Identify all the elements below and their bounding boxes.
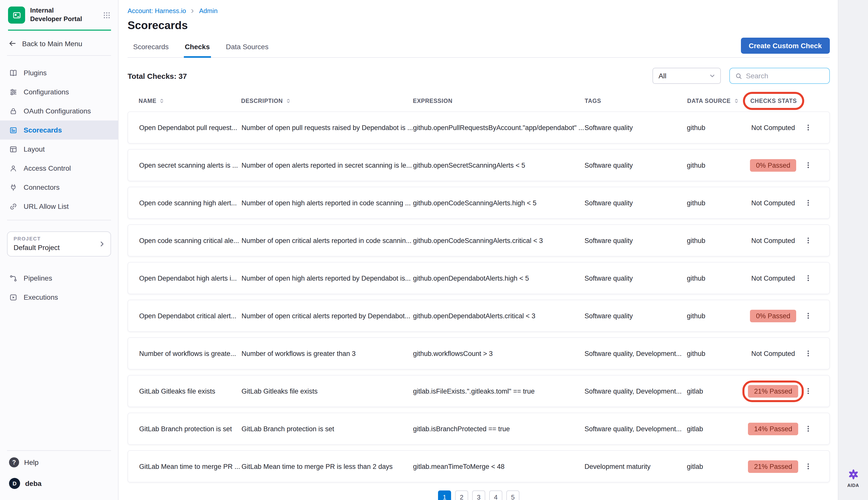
check-name: Open code scanning high alert... — [139, 199, 241, 207]
table-row[interactable]: Open Dependabot high alerts i... Number … — [127, 262, 830, 294]
table-row[interactable]: Open code scanning high alert... Number … — [127, 187, 830, 219]
tab-data-sources[interactable]: Data Sources — [225, 37, 269, 58]
check-name: GitLab Gitleaks file exists — [139, 387, 241, 395]
help-icon: ? — [9, 457, 19, 467]
check-expression: gitlab.isBranchProtected == true — [413, 425, 585, 432]
tab-bar: Scorecards Checks Data Sources Create Cu… — [127, 37, 830, 58]
table-row[interactable]: Open Dependabot pull request... Number o… — [127, 112, 830, 144]
back-to-main-menu[interactable]: Back to Main Menu — [0, 31, 118, 55]
page-title: Scorecards — [127, 19, 830, 32]
sidebar-item-label: OAuth Configurations — [24, 107, 91, 115]
column-header-name[interactable]: NAME — [138, 98, 156, 104]
column-header-description[interactable]: DESCRIPTION — [241, 98, 283, 104]
tab-checks[interactable]: Checks — [184, 37, 211, 58]
check-data-source: github — [687, 237, 742, 244]
sort-icon[interactable] — [285, 98, 291, 104]
row-menu-kebab-icon[interactable] — [804, 312, 812, 320]
chevron-down-icon — [709, 72, 716, 79]
sidebar-item-label: Pipelines — [24, 274, 52, 282]
table-row[interactable]: Open secret scanning alerts is ... Numbe… — [127, 149, 830, 181]
project-label: PROJECT — [13, 236, 97, 241]
sidebar-item-access-control[interactable]: Access Control — [0, 159, 118, 178]
sidebar-item-label: Plugins — [24, 69, 47, 77]
check-tags: Software quality — [585, 124, 687, 131]
page-button[interactable]: 5 — [507, 490, 520, 500]
check-description: Number of workflows is greater than 3 — [241, 350, 413, 357]
sidebar-item-connectors[interactable]: Connectors — [0, 178, 118, 197]
check-description: Number of open high alerts reported by D… — [241, 274, 413, 282]
check-stats-value: 0% Passed — [750, 159, 797, 171]
row-menu-kebab-icon[interactable] — [804, 425, 812, 433]
sidebar-item-layout[interactable]: Layout — [0, 139, 118, 159]
table-row[interactable]: Number of workflows is greate... Number … — [127, 337, 830, 370]
row-menu-kebab-icon[interactable] — [804, 387, 812, 395]
page-button[interactable]: 1 — [438, 490, 451, 500]
sort-icon[interactable] — [733, 98, 739, 104]
tab-scorecards[interactable]: Scorecards — [132, 37, 170, 58]
idp-logo — [8, 7, 25, 24]
table-row[interactable]: GitLab Gitleaks file exists GitLab Gitle… — [127, 375, 830, 407]
brand-title: Internal Developer Portal — [30, 7, 86, 24]
sidebar-item-icon — [9, 164, 18, 172]
check-tags: Software quality — [585, 237, 687, 244]
row-menu-kebab-icon[interactable] — [804, 274, 812, 282]
project-selector[interactable]: PROJECT Default Project — [7, 231, 111, 257]
breadcrumb-admin-link[interactable]: Admin — [199, 7, 218, 14]
check-tags: Software quality, Development... — [585, 350, 687, 357]
sidebar-item-icon — [9, 69, 18, 77]
table-row[interactable]: Open Dependabot critical alert... Number… — [127, 300, 830, 332]
table-header: NAME DESCRIPTION EXPRESSION TAGS DATA SO… — [127, 96, 830, 112]
table-row[interactable]: GitLab Mean time to merge PR ... GitLab … — [127, 450, 830, 482]
check-stats: 0% Passed — [742, 309, 804, 322]
breadcrumb-account-link[interactable]: Account: Harness.io — [127, 7, 186, 14]
page-button[interactable]: 2 — [455, 490, 468, 500]
sidebar-item-plugins[interactable]: Plugins — [0, 63, 118, 82]
column-header-data-source[interactable]: DATA SOURCE — [687, 98, 731, 104]
check-data-source: gitlab — [687, 425, 742, 432]
sidebar-item-icon — [9, 202, 18, 211]
search-input[interactable] — [746, 72, 824, 80]
sort-icon[interactable] — [159, 98, 165, 104]
table-row[interactable]: Open code scanning critical ale... Numbe… — [127, 224, 830, 257]
sidebar-bottom: ? Help D deba — [0, 450, 118, 500]
check-expression: gitlab.meanTimeToMerge < 48 — [413, 463, 585, 470]
check-description: Number of open high alerts reported in c… — [241, 199, 413, 207]
help-button[interactable]: ? Help — [0, 451, 118, 474]
check-data-source: github — [687, 312, 742, 319]
table-row[interactable]: GitLab Branch protection is set GitLab B… — [127, 413, 830, 445]
filter-select[interactable]: All — [653, 68, 721, 84]
create-custom-check-button[interactable]: Create Custom Check — [741, 38, 830, 54]
sidebar-item-scorecards[interactable]: Scorecards — [0, 121, 118, 139]
sidebar-item-icon — [9, 145, 18, 154]
sidebar-item-icon — [9, 274, 18, 282]
check-stats-value: 21% Passed — [748, 385, 798, 397]
row-menu-kebab-icon[interactable] — [804, 349, 812, 357]
aida-button[interactable]: AIDA — [838, 468, 868, 488]
avatar: D — [9, 478, 20, 489]
check-stats: 0% Passed — [742, 159, 804, 171]
row-menu-kebab-icon[interactable] — [804, 237, 812, 245]
sidebar-item-executions[interactable]: Executions — [0, 288, 118, 307]
row-menu-kebab-icon[interactable] — [804, 462, 812, 470]
user-menu[interactable]: D deba — [0, 474, 118, 500]
row-menu-kebab-icon[interactable] — [804, 124, 812, 132]
app-window: Internal Developer Portal Back to Main M… — [0, 0, 868, 500]
help-label: Help — [24, 458, 39, 466]
check-data-source: github — [687, 350, 742, 357]
check-expression: github.workflowsCount > 3 — [413, 350, 585, 357]
row-menu-kebab-icon[interactable] — [804, 199, 812, 207]
check-tags: Software quality, Development... — [585, 425, 687, 432]
page-button[interactable]: 4 — [489, 490, 502, 500]
pagination: 1 2 3 4 5 — [127, 490, 830, 500]
app-grid-icon[interactable] — [102, 11, 111, 19]
row-menu-kebab-icon[interactable] — [804, 161, 812, 169]
check-data-source: github — [687, 161, 742, 169]
check-description: GitLab Gitleaks file exists — [241, 387, 413, 395]
page-button[interactable]: 3 — [472, 490, 485, 500]
sidebar-item-url-allow-list[interactable]: URL Allow List — [0, 197, 118, 216]
check-stats-value: 0% Passed — [750, 309, 797, 322]
sidebar-item-configurations[interactable]: Configurations — [0, 82, 118, 101]
check-stats-value: Not Computed — [751, 199, 795, 207]
sidebar-item-oauth-configurations[interactable]: OAuth Configurations — [0, 101, 118, 121]
sidebar-item-pipelines[interactable]: Pipelines — [0, 269, 118, 288]
